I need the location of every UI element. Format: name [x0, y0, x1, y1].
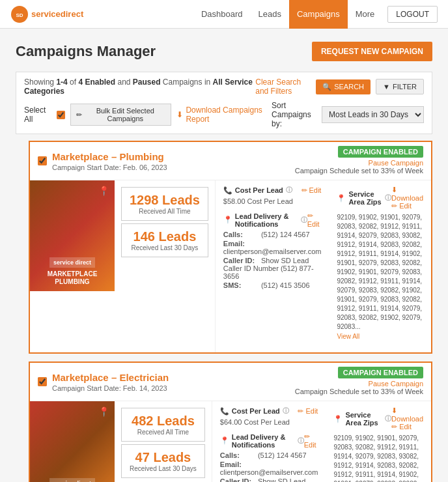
- leads-30-number-2: 47 Leads: [130, 450, 197, 465]
- download-sa-link-1[interactable]: ⬇ Download: [391, 186, 423, 202]
- calls-row-2: Calls: (512) 124 4567: [220, 451, 318, 459]
- info-icon-sa-2[interactable]: ⓘ: [385, 414, 391, 423]
- cost-per-lead-value-1: $58.00 Cost Per Lead: [223, 197, 322, 205]
- campaign-card-2: ▶ Marketplace – Electrician Campaign Sta…: [29, 362, 432, 482]
- service-area-actions-2: ⬇ Download ✏ Edit: [391, 406, 423, 431]
- cost-per-lead-block-2: 📞 Cost Per Lead ⓘ ✏ Edit $64.00 Cost Per…: [220, 406, 318, 426]
- details-left-2: 📞 Cost Per Lead ⓘ ✏ Edit $64.00 Cost Per…: [212, 401, 326, 482]
- card-links-1: Pause Campaign Campaign Schedule set to …: [295, 159, 423, 175]
- sort-select[interactable]: Most Leads in 30 Days: [322, 106, 424, 123]
- card-body-2: 📍 service direct MARKETPLACEELECTRICIAN …: [30, 401, 431, 482]
- view-all-link-1[interactable]: View All: [337, 333, 359, 340]
- lead-delivery-block-2: 📍 Lead Delivery & Notifications ⓘ ✏ Edit…: [220, 432, 318, 482]
- leads-30-label-2: Received Last 30 Days: [130, 465, 197, 472]
- request-campaign-button[interactable]: REQUEST NEW CAMPAIGN: [312, 42, 432, 61]
- select-all-area: Select All ✏ Bulk Edit Selected Campaign…: [24, 104, 272, 126]
- edit-ld-link-1[interactable]: ✏ Edit: [307, 212, 322, 228]
- card-body-1: 📍 service direct MARKETPLACEPLUMBING 129…: [30, 180, 431, 352]
- header: SD servicedirect Dashboard Leads Campaig…: [0, 0, 448, 29]
- info-icon-ld-1[interactable]: ⓘ: [301, 216, 307, 225]
- service-area-title-1: 📍 Service Area Zips ⓘ: [337, 190, 391, 206]
- clear-search-link[interactable]: Clear Search and Filters: [255, 78, 311, 96]
- filter-button[interactable]: ▼ FILTER: [376, 79, 424, 94]
- logout-button[interactable]: LOGOUT: [387, 6, 438, 23]
- campaign-checkbox-1[interactable]: [38, 156, 47, 165]
- cost-per-lead-value-2: $64.00 Cost Per Lead: [220, 418, 318, 426]
- toolbar: Showing 1-4 of 4 Enabled and Paused Camp…: [16, 72, 432, 134]
- download-icon: ⬇: [176, 110, 183, 119]
- caller-id-row-1: Caller ID: Show SD Lead Caller ID Number…: [223, 257, 322, 280]
- sort-area: Sort Campaigns by: Most Leads in 30 Days: [272, 101, 424, 128]
- search-icon: 🔍: [322, 83, 331, 91]
- download-sa-link-2[interactable]: ⬇ Download: [391, 406, 423, 423]
- caller-id-row-2: Caller ID: Show SD Lead Caller ID Number…: [220, 477, 318, 482]
- stats-details-1: 1298 Leads Received All Time 146 Leads R…: [115, 180, 431, 352]
- showing-text: Showing 1-4 of 4 Enabled and Paused Camp…: [24, 78, 255, 96]
- edit-sa-link-1[interactable]: ✏ Edit: [391, 202, 423, 210]
- status-badge-1: CAMPAIGN ENABLED: [338, 146, 423, 158]
- cost-per-lead-header-1: 📞 Cost Per Lead ⓘ ✏ Edit: [223, 186, 322, 195]
- leads-30-number-1: 146 Leads: [130, 229, 200, 244]
- card-header-1: Marketplace – Plumbing Campaign Start Da…: [30, 142, 431, 180]
- leads-all-time-label-2: Received All Time: [130, 429, 197, 436]
- logo-icon: SD: [10, 5, 29, 23]
- search-button[interactable]: 🔍 SEARCH: [316, 79, 371, 94]
- info-icon-cpl-2[interactable]: ⓘ: [283, 406, 289, 416]
- nav-leads[interactable]: Leads: [251, 0, 289, 29]
- sort-label: Sort Campaigns by:: [272, 101, 318, 128]
- cost-per-lead-title-2: 📞 Cost Per Lead ⓘ: [220, 406, 289, 416]
- card-links-2: Pause Campaign Campaign Schedule set to …: [295, 380, 423, 395]
- service-area-block-1: 📍 Service Area Zips ⓘ ⬇ Download ✏ Edit …: [337, 186, 423, 341]
- info-icon-sa-1[interactable]: ⓘ: [385, 193, 391, 203]
- edit-sa-link-2[interactable]: ✏ Edit: [391, 423, 423, 431]
- download-campaigns-link[interactable]: ⬇ Download Campaigns Report: [176, 106, 272, 124]
- campaign-start-date-2: Campaign Start Date: Feb. 14, 2023: [52, 384, 169, 392]
- card-header-2: Marketplace – Electrician Campaign Start…: [30, 363, 431, 401]
- leads-30-box-2: 47 Leads Received Last 30 Days: [121, 444, 205, 478]
- select-all-checkbox[interactable]: [57, 111, 65, 119]
- schedule-label-2: Campaign Schedule set to 33% of Week: [295, 388, 423, 395]
- campaign-image-1: 📍 service direct MARKETPLACEPLUMBING: [30, 180, 115, 352]
- leads-30-box-1: 146 Leads Received Last 30 Days: [121, 223, 208, 257]
- location-pin-1: 📍: [98, 186, 109, 196]
- service-area-zips-2: 92109, 91902, 91901, 92079, 92083, 92082…: [333, 434, 423, 482]
- service-area-header-2: 📍 Service Area Zips ⓘ ⬇ Download ✏ Edit: [333, 406, 423, 431]
- campaign-start-date-1: Campaign Start Date: Feb. 06, 2023: [52, 163, 167, 171]
- map-icon-1: 📍: [337, 194, 346, 203]
- info-icon-ld-2[interactable]: ⓘ: [298, 436, 304, 446]
- toolbar-top: Showing 1-4 of 4 Enabled and Paused Camp…: [24, 78, 424, 96]
- nav-more[interactable]: More: [348, 0, 383, 29]
- status-badge-2: CAMPAIGN ENABLED: [338, 367, 423, 378]
- edit-cpl-link-1[interactable]: ✏ Edit: [301, 186, 321, 195]
- campaign-card-1: ▶ Marketplace – Plumbing Campaign Start …: [29, 141, 432, 354]
- img-logo-2: service direct: [49, 478, 95, 482]
- leads-stats-1: 1298 Leads Received All Time 146 Leads R…: [115, 180, 216, 352]
- service-area-header-1: 📍 Service Area Zips ⓘ ⬇ Download ✏ Edit: [337, 186, 423, 210]
- pause-campaign-link-1[interactable]: Pause Campaign: [369, 159, 423, 167]
- details-right-1: 📍 Service Area Zips ⓘ ⬇ Download ✏ Edit …: [329, 180, 431, 352]
- info-icon-cpl-1[interactable]: ⓘ: [286, 186, 292, 195]
- nav-campaigns[interactable]: Campaigns: [289, 0, 348, 29]
- toolbar-bottom: Select All ✏ Bulk Edit Selected Campaign…: [24, 101, 424, 128]
- edit-ld-link-2[interactable]: ✏ Edit: [304, 432, 318, 449]
- pause-campaign-link-2[interactable]: Pause Campaign: [369, 380, 423, 388]
- leads-30-label-1: Received Last 30 Days: [130, 244, 200, 251]
- card-title-area-1: Marketplace – Plumbing Campaign Start Da…: [38, 151, 167, 171]
- card-title-area-2: Marketplace – Electrician Campaign Start…: [38, 372, 169, 392]
- logo-text: servicedirect: [31, 9, 83, 19]
- location-pin-2: 📍: [98, 406, 109, 417]
- bulk-edit-button[interactable]: ✏ Bulk Edit Selected Campaigns: [70, 104, 171, 126]
- select-all-label: Select All: [24, 106, 51, 124]
- calls-row-1: Calls: (512) 124 4567: [223, 231, 322, 238]
- cost-per-lead-title-1: 📞 Cost Per Lead ⓘ: [223, 186, 292, 195]
- campaign-checkbox-2[interactable]: [38, 377, 47, 386]
- edit-cpl-link-2[interactable]: ✏ Edit: [298, 407, 318, 416]
- service-area-zips-1: 92109, 91902, 91901, 92079, 92083, 92082…: [337, 213, 423, 332]
- leads-all-time-number-1: 1298 Leads: [130, 193, 200, 208]
- page-header: Campaigns Manager REQUEST NEW CAMPAIGN: [16, 42, 432, 61]
- campaign-image-2: 📍 service direct MARKETPLACEELECTRICIAN: [30, 401, 115, 482]
- nav-dashboard[interactable]: Dashboard: [193, 0, 251, 29]
- campaign-title-2[interactable]: Marketplace – Electrician: [52, 372, 169, 383]
- campaign-title-1[interactable]: Marketplace – Plumbing: [52, 151, 167, 162]
- service-area-title-2: 📍 Service Area Zips ⓘ: [333, 411, 391, 427]
